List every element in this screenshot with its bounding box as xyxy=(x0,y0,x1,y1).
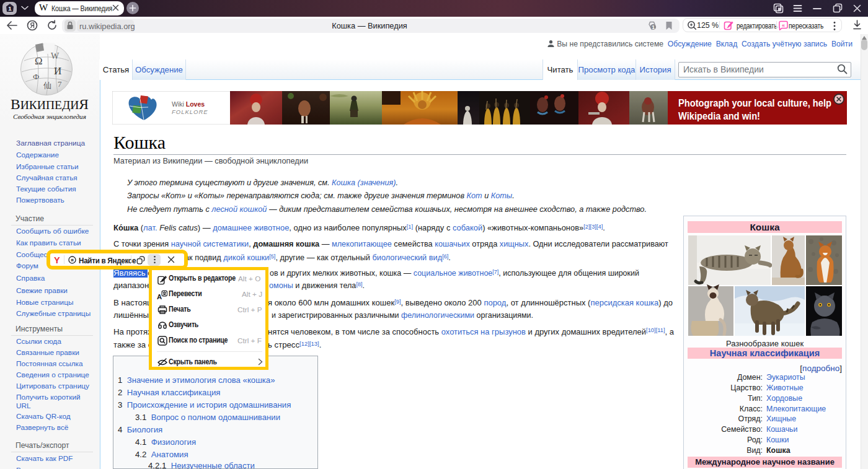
svg-text:A: A xyxy=(157,293,162,300)
svg-text:FOLKLORE: FOLKLORE xyxy=(172,108,208,115)
svg-text:я: я xyxy=(71,257,74,263)
svg-text:Photograph your local culture,: Photograph your local culture, help xyxy=(678,97,831,109)
svg-text:1: 1 xyxy=(652,24,655,30)
svg-text:1: 1 xyxy=(8,5,12,12)
svg-text:W: W xyxy=(51,51,60,61)
svg-text:仙: 仙 xyxy=(43,81,51,90)
svg-text:Ф: Ф xyxy=(33,72,39,81)
svg-text:Wikipedia and win!: Wikipedia and win! xyxy=(678,110,760,122)
svg-text:Wiki Loves: Wiki Loves xyxy=(172,100,205,108)
svg-text:7: 7 xyxy=(58,79,62,89)
svg-text:Ω: Ω xyxy=(35,55,43,67)
svg-text:«: « xyxy=(782,22,785,28)
svg-text:И: И xyxy=(54,65,61,77)
